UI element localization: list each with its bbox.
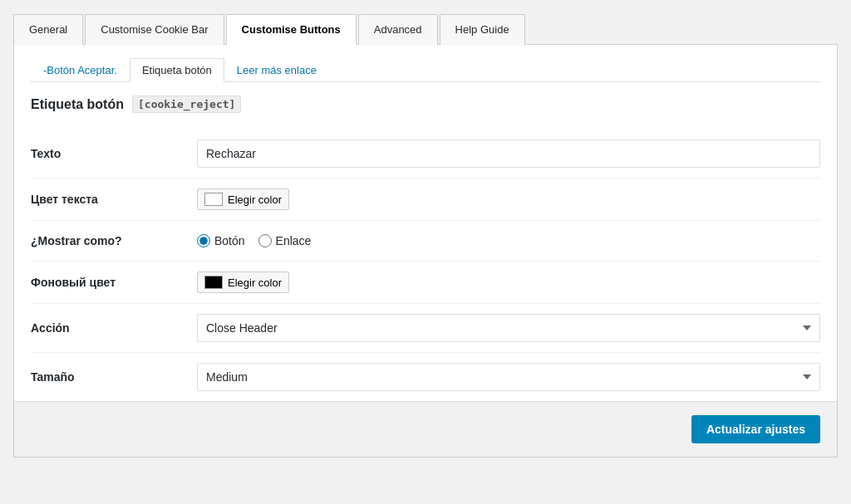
- text-color-row: Цвет текста Elegir color: [31, 179, 820, 221]
- action-row: Acción Close Header Accept Cookies Rejec…: [31, 304, 820, 353]
- radio-link-input[interactable]: [258, 234, 272, 247]
- action-select[interactable]: Close Header Accept Cookies Reject Cooki…: [197, 314, 820, 342]
- size-row: Tamaño Small Medium Large: [31, 353, 820, 402]
- size-label: Tamaño: [31, 353, 197, 402]
- text-color-swatch: [204, 193, 223, 206]
- main-tab-bar: General Customise Cookie Bar Customise B…: [13, 13, 838, 45]
- display-as-radio-group: Botón Enlace: [197, 234, 820, 247]
- action-label: Acción: [31, 304, 197, 353]
- tab-advanced[interactable]: Advanced: [358, 14, 438, 45]
- sub-tab-accept-button[interactable]: -Botón Aceptar.: [31, 58, 130, 82]
- text-row: Texto: [31, 130, 820, 179]
- radio-link-text: Enlace: [276, 234, 312, 247]
- text-color-picker-button[interactable]: Elegir color: [197, 188, 289, 210]
- save-button[interactable]: Actualizar ajustes: [691, 415, 820, 443]
- tab-help-guide[interactable]: Help Guide: [440, 14, 525, 45]
- bg-color-label: Фоновый цвет: [31, 262, 197, 304]
- shortcode-badge: [cookie_reject]: [132, 95, 241, 113]
- text-color-btn-label: Elegir color: [228, 193, 282, 206]
- content-panel: -Botón Aceptar. Etiqueta botón Leer más …: [13, 45, 838, 458]
- display-as-label: ¿Mostrar como?: [31, 221, 197, 262]
- tab-customise-cookie-bar[interactable]: Customise Cookie Bar: [85, 14, 224, 45]
- bg-color-row: Фоновый цвет Elegir color: [31, 262, 820, 304]
- size-select[interactable]: Small Medium Large: [197, 363, 820, 391]
- text-color-label: Цвет текста: [31, 179, 197, 221]
- footer-bar: Actualizar ajustes: [14, 401, 837, 457]
- text-input[interactable]: [197, 139, 820, 168]
- section-title-area: Etiqueta botón [cookie_reject]: [31, 95, 820, 113]
- tab-general[interactable]: General: [13, 14, 83, 45]
- form-table: Texto Цвет текста Elegir color: [31, 130, 820, 401]
- bg-color-btn-label: Elegir color: [228, 276, 282, 289]
- section-title-text: Etiqueta botón: [31, 97, 124, 112]
- sub-tab-read-more-link[interactable]: Leer más enlace: [224, 58, 329, 82]
- tab-customise-buttons[interactable]: Customise Buttons: [226, 14, 357, 45]
- sub-tab-bar: -Botón Aceptar. Etiqueta botón Leer más …: [31, 58, 820, 82]
- radio-link-label[interactable]: Enlace: [258, 234, 312, 247]
- radio-button-label[interactable]: Botón: [197, 234, 245, 247]
- sub-tab-button-label[interactable]: Etiqueta botón: [130, 58, 224, 82]
- text-label: Texto: [31, 130, 197, 179]
- display-as-row: ¿Mostrar como? Botón Enlace: [31, 221, 820, 262]
- radio-button-input[interactable]: [197, 234, 210, 247]
- bg-color-picker-button[interactable]: Elegir color: [197, 272, 289, 293]
- radio-button-text: Botón: [214, 234, 245, 247]
- bg-color-swatch: [204, 276, 223, 289]
